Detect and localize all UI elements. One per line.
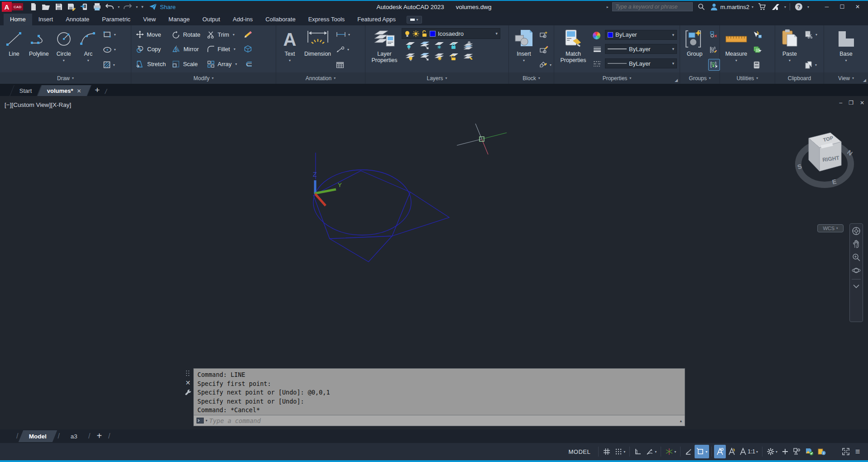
compass-east[interactable]: E	[831, 178, 837, 186]
viewcube-cube[interactable]: TOP RIGHT	[809, 133, 841, 171]
pan-hand-icon[interactable]	[852, 240, 861, 249]
layer-make-current-button[interactable]	[462, 40, 474, 50]
redo-dropdown[interactable]: ▾	[134, 1, 139, 12]
layer-on-button[interactable]	[404, 52, 416, 62]
stretch-button[interactable]: Stretch	[133, 58, 168, 70]
save-button[interactable]	[53, 1, 65, 12]
ribbon-display-toggle[interactable]: ▾	[407, 16, 422, 24]
properties-expander-icon[interactable]: ◢	[675, 78, 678, 82]
command-close-icon[interactable]: ✕	[185, 380, 191, 385]
command-history-toggle-icon[interactable]: ▴	[680, 419, 682, 423]
tab-parametric[interactable]: Parametric	[96, 14, 137, 25]
model-space-button[interactable]: MODEL	[563, 448, 596, 455]
redo-button[interactable]	[122, 1, 134, 12]
group-edit-button[interactable]	[708, 44, 720, 56]
maximize-button[interactable]: ☐	[834, 1, 850, 13]
autocad-logo[interactable]: A CAD	[2, 2, 23, 12]
rotate-button[interactable]: Rotate	[169, 29, 203, 40]
command-prompt-icon[interactable]	[197, 418, 204, 424]
fillet-button[interactable]: Fillet ▾	[204, 43, 240, 55]
line-button[interactable]: Line	[2, 27, 26, 72]
search-collapse-icon[interactable]: ▸	[607, 5, 609, 9]
linetype-dropdown[interactable]: ByLayer ▾	[605, 58, 677, 68]
array-button[interactable]: Array ▾	[204, 58, 240, 70]
panel-label-properties[interactable]: Properties▾ ◢	[554, 72, 680, 84]
layer-isolate-button[interactable]	[419, 40, 431, 50]
graphics-performance-button[interactable]	[803, 445, 815, 458]
view-cube[interactable]: S E N TOP RIGHT	[794, 128, 862, 212]
lineweight-button[interactable]	[591, 44, 603, 56]
tab-annotate[interactable]: Annotate	[59, 14, 96, 25]
rectangle-button[interactable]: ▾	[101, 29, 117, 40]
quick-calculator-button[interactable]	[752, 59, 763, 71]
object-snap-tracking-button[interactable]	[683, 445, 695, 458]
select-similar-button[interactable]	[752, 44, 763, 56]
quick-select-button[interactable]	[752, 29, 763, 40]
file-tab-close-icon[interactable]: ✕	[77, 87, 82, 94]
grid-display-button[interactable]	[601, 445, 613, 458]
command-input-row[interactable]: ▾ ▴	[194, 415, 685, 426]
polar-tracking-button[interactable]: ▾	[644, 445, 658, 458]
explode-button[interactable]	[241, 43, 255, 55]
table-button[interactable]	[335, 59, 351, 71]
group-selection-toggle[interactable]	[708, 59, 720, 71]
layer-thaw-button[interactable]	[433, 52, 445, 62]
new-file-button[interactable]	[28, 1, 39, 12]
text-button[interactable]: A Text ▾	[278, 27, 302, 72]
open-from-web-button[interactable]	[78, 1, 90, 12]
base-button[interactable]: Base ▾	[833, 27, 859, 72]
app-store-button[interactable]	[757, 2, 767, 12]
tab-view[interactable]: View	[137, 14, 162, 25]
scale-button[interactable]: Scale	[169, 58, 203, 70]
annotation-autoscale-button[interactable]	[726, 445, 738, 458]
zoom-icon[interactable]	[852, 253, 861, 262]
ortho-mode-button[interactable]	[632, 445, 644, 458]
share-button[interactable]: Share	[149, 3, 176, 10]
cut-button[interactable]: ▾	[803, 29, 819, 40]
color-wheel-button[interactable]	[591, 30, 603, 42]
paste-button[interactable]: Paste ▾	[777, 27, 802, 72]
plot-button[interactable]	[91, 1, 103, 12]
move-button[interactable]: Move	[133, 29, 168, 40]
ellipse-button[interactable]: ▾	[101, 44, 117, 56]
status-bar-menu-button[interactable]: ≡	[852, 445, 863, 458]
leader-button[interactable]: ▾	[335, 44, 351, 56]
panel-label-view[interactable]: View▾ ◢	[824, 72, 868, 84]
wcs-dropdown[interactable]: WCS ▾	[817, 224, 844, 232]
layer-dropdown[interactable]: Icosaedro ▾	[402, 28, 500, 39]
command-grip-icon[interactable]	[185, 370, 191, 376]
offset-button[interactable]	[241, 58, 255, 70]
layer-color-swatch[interactable]	[430, 31, 436, 37]
user-account-button[interactable]: m.martins2 ▾	[710, 3, 753, 11]
new-drawing-tab-button[interactable]: +	[95, 85, 100, 95]
lineweight-dropdown[interactable]: ByLayer ▾	[605, 44, 677, 54]
help-button[interactable]: ?	[794, 2, 804, 12]
annotation-scale-button[interactable]: 1:1 ▾	[738, 445, 760, 458]
workspace-switching-button[interactable]: ▾	[765, 445, 779, 458]
layer-off-button[interactable]	[404, 40, 416, 50]
model-tab[interactable]: Model	[19, 430, 58, 442]
measure-button[interactable]: Measure ▾	[722, 27, 751, 72]
mirror-button[interactable]: Mirror	[169, 43, 203, 55]
edit-block-button[interactable]	[538, 44, 553, 56]
isolate-objects-button[interactable]	[791, 445, 803, 458]
clean-screen-button[interactable]	[840, 445, 852, 458]
layout-tab-a3[interactable]: a3	[60, 430, 88, 442]
autodesk-dropdown-icon[interactable]: ▾	[784, 5, 786, 9]
navigation-wheel-icon[interactable]	[852, 226, 861, 236]
panel-label-modify[interactable]: Modify▾	[131, 72, 276, 84]
tab-collaborate[interactable]: Collaborate	[259, 14, 302, 25]
layer-unisolate-button[interactable]	[419, 52, 431, 62]
view-expander-icon[interactable]: ◢	[863, 78, 866, 82]
tab-featured-apps[interactable]: Featured Apps	[351, 14, 402, 25]
annotation-visibility-button[interactable]	[714, 445, 726, 458]
help-dropdown-icon[interactable]: ▾	[807, 5, 809, 9]
circle-button[interactable]: Circle ▾	[52, 27, 76, 72]
group-button[interactable]: Group	[682, 27, 707, 72]
arc-button[interactable]: Arc ▾	[76, 27, 101, 72]
command-wrench-icon[interactable]	[185, 389, 192, 396]
tab-manage[interactable]: Manage	[162, 14, 196, 25]
object-snap-button[interactable]: ▾	[695, 445, 709, 458]
hatch-button[interactable]: ▾	[101, 59, 117, 71]
panel-label-draw[interactable]: Draw▾	[0, 72, 131, 84]
